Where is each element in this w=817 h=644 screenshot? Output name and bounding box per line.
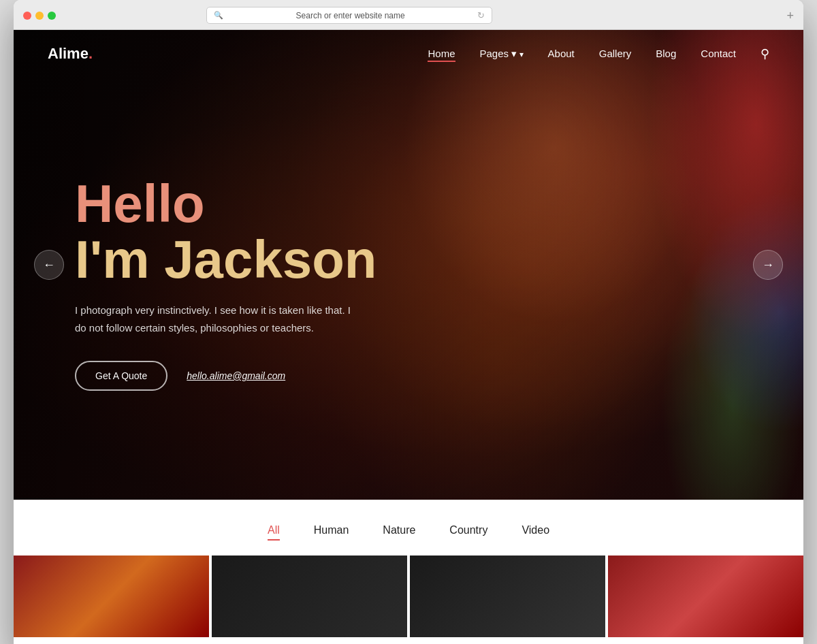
filter-tab-country[interactable]: Country xyxy=(449,524,487,539)
browser-chrome: 🔍 Search or enter website name ↻ + xyxy=(14,0,803,30)
filter-section: All Human Nature Country Video xyxy=(14,500,803,644)
filter-tab-all[interactable]: All xyxy=(268,524,280,539)
logo[interactable]: Alime. xyxy=(48,45,93,63)
filter-tab-all-label: All xyxy=(268,524,280,536)
nav-link-about: About xyxy=(548,48,575,59)
nav-item-pages[interactable]: Pages ▾ xyxy=(480,48,524,60)
gallery-strip xyxy=(14,556,803,637)
nav-link-home: Home xyxy=(428,48,455,59)
filter-tab-human[interactable]: Human xyxy=(314,524,349,539)
get-quote-button[interactable]: Get A Quote xyxy=(75,361,167,391)
hero-name: I'm Jackson xyxy=(75,232,377,288)
arrow-right-icon: → xyxy=(762,258,774,272)
filter-tab-human-label: Human xyxy=(314,524,349,536)
traffic-lights xyxy=(23,12,56,20)
hero-description: I photograph very instinctively. I see h… xyxy=(75,302,361,336)
nav-item-home[interactable]: Home xyxy=(428,48,455,60)
close-button[interactable] xyxy=(23,12,31,20)
filter-tab-nature-label: Nature xyxy=(383,524,415,536)
nav-link-gallery: Gallery xyxy=(599,48,632,59)
logo-text: Alime xyxy=(48,45,89,62)
hero-hello: Hello xyxy=(75,176,377,232)
gallery-thumb-2[interactable] xyxy=(212,556,407,637)
carousel-prev-button[interactable]: ← xyxy=(34,250,64,280)
browser-window: 🔍 Search or enter website name ↻ + Alime… xyxy=(14,0,803,644)
search-icon: 🔍 xyxy=(214,11,223,20)
nav-item-gallery[interactable]: Gallery xyxy=(599,48,632,60)
filter-tabs: All Human Nature Country Video xyxy=(14,524,803,539)
nav-link-pages: Pages ▾ xyxy=(480,48,524,59)
nav-item-contact[interactable]: Contact xyxy=(701,48,736,60)
filter-tab-video[interactable]: Video xyxy=(522,524,549,539)
new-tab-button[interactable]: + xyxy=(786,10,794,22)
address-text: Search or enter website name xyxy=(227,11,473,20)
website: Alime. Home Pages ▾ About Gallery Blog C… xyxy=(14,30,803,644)
hero-content: Hello I'm Jackson I photograph very inst… xyxy=(75,176,377,391)
gallery-thumb-4[interactable] xyxy=(608,556,803,637)
hero-email-link[interactable]: hello.alime@gmail.com xyxy=(187,370,285,381)
nav-link-blog: Blog xyxy=(656,48,676,59)
hero-actions: Get A Quote hello.alime@gmail.com xyxy=(75,361,377,391)
reload-button[interactable]: ↻ xyxy=(477,10,485,20)
minimize-button[interactable] xyxy=(35,12,44,20)
carousel-next-button[interactable]: → xyxy=(753,250,783,280)
nav-item-about[interactable]: About xyxy=(548,48,575,60)
filter-tab-nature[interactable]: Nature xyxy=(383,524,415,539)
gallery-thumb-1[interactable] xyxy=(14,556,209,637)
nav-link-contact: Contact xyxy=(701,48,736,59)
logo-dot: . xyxy=(89,45,93,62)
filter-tab-country-label: Country xyxy=(449,524,487,536)
hero-title: Hello I'm Jackson xyxy=(75,176,377,288)
filter-tab-video-label: Video xyxy=(522,524,549,536)
nav-links: Home Pages ▾ About Gallery Blog Contact xyxy=(428,48,736,60)
maximize-button[interactable] xyxy=(48,12,56,20)
hero-section: Alime. Home Pages ▾ About Gallery Blog C… xyxy=(14,30,803,500)
nav-item-blog[interactable]: Blog xyxy=(656,48,676,60)
search-button[interactable]: ⚲ xyxy=(760,46,769,61)
gallery-thumb-3[interactable] xyxy=(410,556,605,637)
address-bar[interactable]: 🔍 Search or enter website name ↻ xyxy=(206,7,492,24)
navbar: Alime. Home Pages ▾ About Gallery Blog C… xyxy=(14,30,803,78)
arrow-left-icon: ← xyxy=(43,258,55,272)
